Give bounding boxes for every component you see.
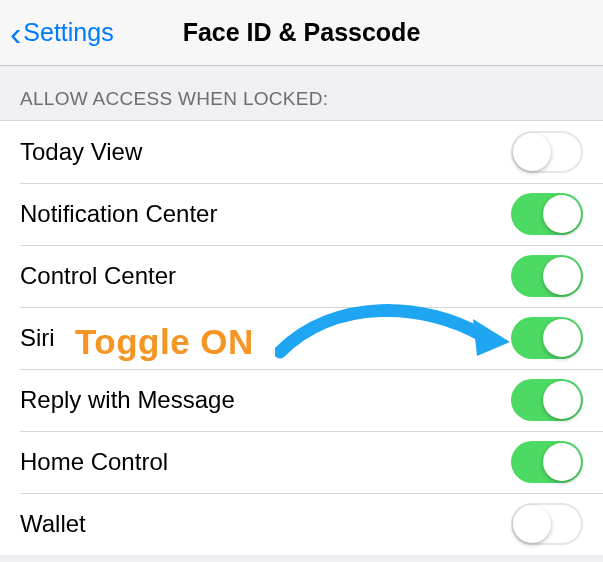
toggle-knob xyxy=(543,443,581,481)
section-header: ALLOW ACCESS WHEN LOCKED: xyxy=(0,66,603,120)
toggle-wallet[interactable] xyxy=(511,503,583,545)
row-label: Siri xyxy=(20,324,511,352)
toggle-reply-with-message[interactable] xyxy=(511,379,583,421)
toggle-knob xyxy=(513,133,551,171)
row-today-view: Today View xyxy=(0,121,603,183)
toggle-notification-center[interactable] xyxy=(511,193,583,235)
back-button[interactable]: ‹ Settings xyxy=(0,16,114,50)
row-siri: Siri xyxy=(0,307,603,369)
toggle-today-view[interactable] xyxy=(511,131,583,173)
row-label: Reply with Message xyxy=(20,386,511,414)
toggle-knob xyxy=(543,381,581,419)
toggle-control-center[interactable] xyxy=(511,255,583,297)
settings-list: Today View Notification Center Control C… xyxy=(0,120,603,555)
row-control-center: Control Center xyxy=(0,245,603,307)
back-label: Settings xyxy=(23,18,113,47)
toggle-knob xyxy=(513,505,551,543)
toggle-siri[interactable] xyxy=(511,317,583,359)
row-wallet: Wallet xyxy=(0,493,603,555)
row-label: Notification Center xyxy=(20,200,511,228)
row-notification-center: Notification Center xyxy=(0,183,603,245)
row-label: Today View xyxy=(20,138,511,166)
row-label: Wallet xyxy=(20,510,511,538)
toggle-knob xyxy=(543,195,581,233)
navbar: ‹ Settings Face ID & Passcode xyxy=(0,0,603,66)
settings-screen: ‹ Settings Face ID & Passcode ALLOW ACCE… xyxy=(0,0,603,562)
toggle-knob xyxy=(543,257,581,295)
chevron-left-icon: ‹ xyxy=(10,16,21,50)
row-reply-with-message: Reply with Message xyxy=(0,369,603,431)
row-label: Control Center xyxy=(20,262,511,290)
toggle-home-control[interactable] xyxy=(511,441,583,483)
row-label: Home Control xyxy=(20,448,511,476)
toggle-knob xyxy=(543,319,581,357)
row-home-control: Home Control xyxy=(0,431,603,493)
